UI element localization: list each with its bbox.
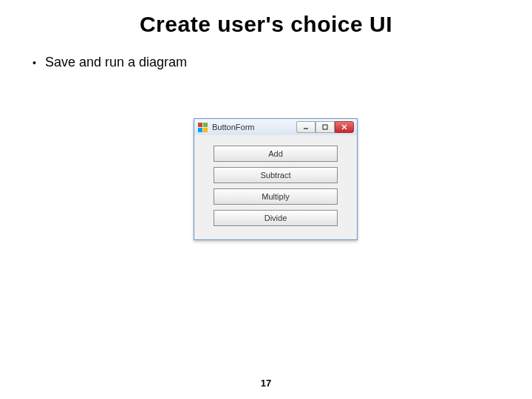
bullet-dot-icon: • xyxy=(33,58,36,68)
window-titlebar: ButtonForm xyxy=(194,119,357,135)
slide-title: Create user's choice UI xyxy=(0,0,532,37)
app-icon xyxy=(197,122,208,132)
bullet-text: Save and run a diagram xyxy=(45,55,187,70)
maximize-button[interactable] xyxy=(316,121,335,133)
window-client-area: Add Subtract Multiply Divide xyxy=(194,135,357,239)
close-button[interactable] xyxy=(335,121,354,133)
window-controls xyxy=(296,121,354,133)
multiply-button[interactable]: Multiply xyxy=(214,188,338,205)
svg-rect-1 xyxy=(323,125,327,129)
bullet-item: • Save and run a diagram xyxy=(0,37,532,70)
add-button[interactable]: Add xyxy=(214,146,338,162)
window-title: ButtonForm xyxy=(212,123,292,132)
subtract-button[interactable]: Subtract xyxy=(214,167,338,183)
app-window: ButtonForm Add Subtract Multiply Divide xyxy=(194,118,358,240)
page-number: 17 xyxy=(0,378,532,389)
minimize-button[interactable] xyxy=(296,121,316,133)
divide-button[interactable]: Divide xyxy=(214,210,338,226)
